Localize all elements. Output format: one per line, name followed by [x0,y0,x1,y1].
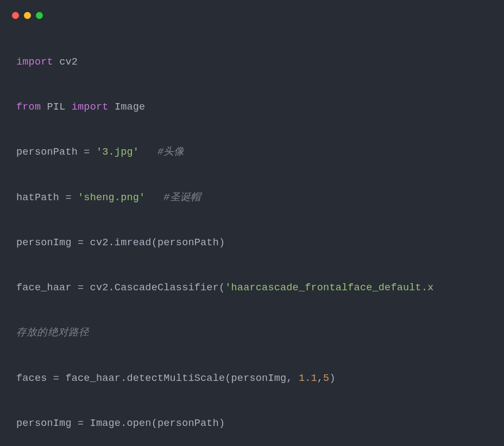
code-line: personPath = '3.jpg' #头像 [16,145,504,160]
code-block: import cv2 from PIL import Image personP… [0,19,504,446]
comment: #圣诞帽 [163,192,201,203]
close-icon[interactable] [12,12,19,19]
code-line: import cv2 [16,55,504,70]
code-line: hatPath = 'sheng.png' #圣诞帽 [16,190,504,206]
code-line: personImg = Image.open(personPath) [16,416,504,431]
comment: 存放的绝对路径 [16,327,89,339]
keyword: import [72,101,109,113]
code-line: 存放的绝对路径 [16,326,504,341]
code-line: faces = face_haar.detectMultiScale(perso… [16,371,504,386]
maximize-icon[interactable] [36,12,43,19]
code-line: from PIL import Image [16,100,504,115]
code-window: import cv2 from PIL import Image personP… [0,0,504,446]
code-line: face_haar = cv2.CascadeClassifier('haarc… [16,281,504,296]
number-literal: 5 [323,373,329,384]
code-line: personImg = cv2.imread(personPath) [16,235,504,251]
minimize-icon[interactable] [24,12,31,19]
keyword: from [16,101,41,113]
keyword: import [16,56,53,68]
number-literal: 1.1 [299,373,317,384]
comment: #头像 [158,146,185,158]
string-literal: '3.jpg' [96,146,139,158]
string-literal: 'haarcascade_frontalface_default.x [225,282,433,294]
string-literal: 'sheng.png' [78,192,145,203]
traffic-lights [0,0,504,19]
identifier: cv2 [59,56,78,68]
